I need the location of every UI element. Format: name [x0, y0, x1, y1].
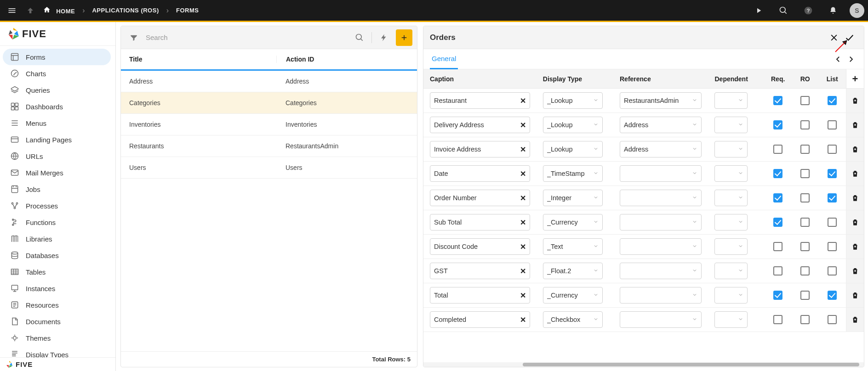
clear-icon[interactable]: ✕ [520, 242, 526, 251]
checkbox[interactable] [800, 291, 810, 300]
chevron-down-icon[interactable] [593, 170, 599, 177]
clear-icon[interactable]: ✕ [520, 121, 526, 129]
reference-select[interactable] [620, 214, 702, 230]
chevron-down-icon[interactable] [593, 292, 599, 299]
sidebar-item-forms[interactable]: Forms [3, 49, 111, 65]
chevron-down-icon[interactable] [692, 267, 697, 275]
up-arrow-icon[interactable] [22, 2, 39, 19]
chevron-down-icon[interactable] [692, 97, 697, 104]
chevron-down-icon[interactable] [738, 243, 743, 250]
chevron-down-icon[interactable] [593, 121, 599, 129]
dependent-select[interactable] [714, 263, 748, 279]
list-row[interactable]: UsersUsers [121, 157, 417, 179]
delete-row-button[interactable] [846, 162, 864, 186]
sidebar-item-dashboards[interactable]: Dashboards [3, 98, 111, 115]
chevron-down-icon[interactable] [692, 146, 697, 153]
dependent-select[interactable] [714, 117, 748, 133]
caption-input[interactable]: Restaurant✕ [430, 92, 530, 109]
chevron-down-icon[interactable] [593, 219, 599, 226]
sidebar-item-databases[interactable]: Databases [3, 247, 111, 264]
checkbox[interactable] [800, 145, 810, 154]
add-button[interactable] [396, 29, 412, 46]
sidebar-item-tables[interactable]: Tables [3, 264, 111, 280]
reference-select[interactable]: Address [620, 117, 702, 133]
display-type-select[interactable]: _Currency [543, 287, 603, 304]
chevron-down-icon[interactable] [593, 194, 599, 202]
sidebar-item-charts[interactable]: Charts [3, 65, 111, 82]
reference-select[interactable] [620, 165, 702, 182]
chevron-down-icon[interactable] [692, 292, 697, 299]
checkbox[interactable] [828, 120, 837, 129]
chevron-down-icon[interactable] [738, 194, 743, 202]
delete-row-button[interactable] [846, 308, 864, 332]
clear-icon[interactable]: ✕ [520, 194, 526, 202]
delete-row-button[interactable] [846, 113, 864, 137]
checkbox[interactable] [773, 120, 782, 129]
checkbox[interactable] [800, 96, 810, 105]
delete-row-button[interactable] [846, 210, 864, 234]
chevron-down-icon[interactable] [738, 146, 743, 153]
checkbox[interactable] [800, 315, 810, 324]
clear-icon[interactable]: ✕ [520, 96, 526, 105]
help-icon[interactable]: ? [800, 2, 817, 19]
reference-select[interactable] [620, 238, 702, 255]
checkbox[interactable] [800, 266, 810, 275]
display-type-select[interactable]: _TimeStamp [543, 165, 603, 182]
checkbox[interactable] [773, 145, 782, 154]
close-icon[interactable] [826, 30, 842, 45]
sidebar-item-themes[interactable]: Themes [3, 330, 111, 346]
display-type-select[interactable]: _Float.2 [543, 263, 603, 279]
caption-input[interactable]: Delivery Address✕ [430, 117, 530, 133]
delete-row-button[interactable] [846, 283, 864, 307]
checkbox[interactable] [773, 218, 782, 227]
display-type-select[interactable]: _Text [543, 238, 603, 255]
list-row[interactable]: InventoriesInventories [121, 114, 417, 135]
dependent-select[interactable] [714, 311, 748, 328]
chevron-down-icon[interactable] [692, 243, 697, 250]
check-icon[interactable] [842, 30, 857, 45]
delete-row-button[interactable] [846, 89, 864, 112]
breadcrumb-applications[interactable]: APPLICATIONS (ROS) [89, 5, 161, 16]
display-type-select[interactable]: _Lookup [543, 92, 603, 109]
filter-icon[interactable] [126, 29, 142, 46]
reference-select[interactable] [620, 263, 702, 279]
chevron-down-icon[interactable] [738, 316, 743, 323]
search-input[interactable] [146, 34, 348, 41]
reference-select[interactable]: Address [620, 141, 702, 157]
chevron-down-icon[interactable] [593, 146, 599, 153]
checkbox[interactable] [828, 242, 837, 251]
checkbox[interactable] [828, 96, 837, 105]
dependent-select[interactable] [714, 238, 748, 255]
bell-icon[interactable] [825, 2, 841, 19]
dependent-select[interactable] [714, 214, 748, 230]
search-plus-icon[interactable] [775, 2, 792, 19]
sidebar-item-functions[interactable]: Functions [3, 214, 111, 230]
checkbox[interactable] [773, 193, 782, 202]
hamburger-icon[interactable] [4, 2, 20, 19]
dependent-select[interactable] [714, 165, 748, 182]
sidebar-item-mail-merges[interactable]: Mail Merges [3, 164, 111, 181]
chevron-down-icon[interactable] [692, 194, 697, 202]
clear-icon[interactable]: ✕ [520, 145, 526, 154]
display-type-select[interactable]: _Integer [543, 190, 603, 206]
breadcrumb-forms[interactable]: FORMS [173, 5, 201, 16]
delete-row-button[interactable] [846, 259, 864, 283]
caption-input[interactable]: GST✕ [430, 263, 530, 279]
horizontal-scrollbar[interactable] [423, 362, 864, 367]
clear-icon[interactable]: ✕ [520, 169, 526, 178]
caption-input[interactable]: Total✕ [430, 287, 530, 304]
sidebar-item-instances[interactable]: Instances [3, 280, 111, 297]
chevron-down-icon[interactable] [738, 121, 743, 129]
caption-input[interactable]: Sub Total✕ [430, 214, 530, 230]
sidebar-item-jobs[interactable]: Jobs [3, 181, 111, 197]
display-type-select[interactable]: _Lookup [543, 141, 603, 157]
list-row[interactable]: CategoriesCategories [121, 92, 417, 114]
sidebar-item-libraries[interactable]: Libraries [3, 230, 111, 247]
chevron-down-icon[interactable] [593, 267, 599, 275]
checkbox[interactable] [828, 315, 837, 324]
caption-input[interactable]: Discount Code✕ [430, 238, 530, 255]
sidebar-item-documents[interactable]: Documents [3, 313, 111, 330]
checkbox[interactable] [773, 169, 782, 178]
dependent-select[interactable] [714, 141, 748, 157]
caption-input[interactable]: Date✕ [430, 165, 530, 182]
